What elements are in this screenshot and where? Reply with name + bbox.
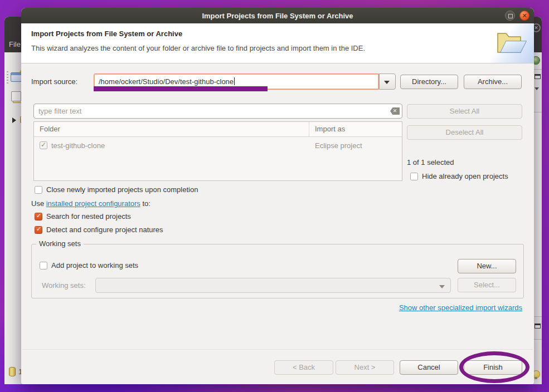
background-window-left-edge: File 1 [4, 17, 23, 384]
desktop-background: File 1 ✕ Import Projects from File Syste… [0, 0, 549, 392]
dialog-body: Import source: /home/ockert/Studio/Dev/t… [21, 63, 534, 384]
working-sets-combo-label: Working sets: [42, 281, 86, 290]
toolbar-grip [7, 71, 8, 84]
menu-file[interactable]: File [9, 40, 21, 48]
hide-open-projects-row[interactable]: Hide already open projects [410, 172, 508, 180]
close-new-label: Close newly imported projects upon compl… [46, 185, 198, 194]
background-status-bar: 1 [4, 363, 23, 380]
search-nested-label: Search for nested projects [46, 212, 131, 220]
wizard-title: Import Projects from File System or Arch… [31, 30, 182, 38]
next-button[interactable]: Next > [336, 360, 394, 375]
restore-view-icon[interactable] [535, 74, 541, 79]
open-folder-icon [495, 28, 527, 57]
row-import-as: Eclipse project [309, 137, 402, 151]
footer-separator [22, 349, 533, 350]
column-folder[interactable]: Folder [34, 122, 309, 136]
close-icon[interactable]: ✕ [519, 11, 529, 21]
search-nested-row[interactable]: Search for nested projects [35, 212, 131, 220]
table-row[interactable]: test-github-clone Eclipse project [34, 137, 402, 151]
column-import-as[interactable]: Import as [309, 122, 402, 136]
chevron-down-icon[interactable] [535, 87, 539, 90]
maximize-icon[interactable] [505, 11, 515, 21]
use-suffix: to: [140, 199, 150, 208]
import-source-label: Import source: [31, 77, 77, 86]
row-checkbox[interactable] [40, 141, 47, 149]
show-other-wizards-link[interactable]: Show other specialized import wizards [399, 303, 522, 312]
background-window-titlebar: File [4, 17, 23, 52]
import-source-dropdown-button[interactable] [379, 74, 396, 90]
finish-button[interactable]: Finish [464, 360, 522, 375]
working-sets-combo[interactable] [95, 278, 451, 293]
hide-open-checkbox[interactable] [410, 173, 418, 180]
table-header[interactable]: Folder Import as [34, 122, 402, 137]
working-sets-legend: Working sets [36, 239, 84, 248]
deselect-all-button[interactable]: Deselect All [407, 125, 522, 140]
import-source-value: /home/ockert/Studio/Dev/test-github-clon… [99, 77, 234, 86]
select-all-button[interactable]: Select All [407, 104, 522, 119]
archive-button[interactable]: Archive... [464, 75, 522, 89]
wizard-description: This wizard analyzes the content of your… [31, 44, 365, 52]
row-folder-name: test-github-clone [51, 141, 105, 150]
add-working-sets-checkbox[interactable] [40, 262, 47, 270]
project-explorer-icon[interactable] [11, 91, 21, 101]
select-working-set-button[interactable]: Select... [458, 278, 516, 292]
configurators-line: Use installed project configurators to: [31, 199, 150, 208]
use-prefix: Use [31, 199, 46, 208]
detect-natures-checkbox[interactable] [35, 226, 42, 234]
selection-status: 1 of 1 selected [407, 158, 454, 166]
add-working-sets-row[interactable]: Add project to working sets [40, 261, 138, 270]
close-new-projects-row[interactable]: Close newly imported projects upon compl… [35, 185, 198, 194]
detect-natures-label: Detect and configure project natures [46, 226, 163, 234]
installed-configurators-link[interactable]: installed project configurators [46, 199, 140, 208]
tree-expand-arrow-icon[interactable] [12, 117, 16, 123]
wizard-banner [490, 23, 534, 63]
text-caret [234, 77, 235, 85]
dialog-titlebar[interactable]: Import Projects from File System or Arch… [21, 8, 534, 23]
working-sets-group: Working sets Add project to working sets… [31, 244, 524, 298]
back-button[interactable]: < Back [274, 360, 333, 375]
new-working-set-button[interactable]: New... [458, 259, 516, 273]
detect-natures-row[interactable]: Detect and configure project natures [35, 226, 163, 234]
dialog-title: Import Projects from File System or Arch… [202, 12, 353, 20]
filter-input[interactable] [33, 104, 402, 119]
directory-button[interactable]: Directory... [400, 75, 458, 89]
restore-view-icon[interactable] [535, 324, 541, 329]
close-new-checkbox[interactable] [35, 186, 42, 194]
projects-table: Folder Import as test-github-clone Eclip… [33, 121, 402, 181]
wizard-header: Import Projects from File System or Arch… [21, 23, 534, 63]
database-icon [9, 367, 16, 376]
add-working-sets-label: Add project to working sets [51, 261, 138, 270]
import-source-input[interactable]: /home/ockert/Studio/Dev/test-github-clon… [94, 74, 379, 90]
search-nested-checkbox[interactable] [35, 213, 42, 220]
cancel-button[interactable]: Cancel [400, 360, 458, 375]
import-projects-dialog: Import Projects from File System or Arch… [21, 8, 534, 384]
hide-open-label: Hide already open projects [422, 172, 508, 180]
new-wizard-icon[interactable] [11, 72, 22, 82]
